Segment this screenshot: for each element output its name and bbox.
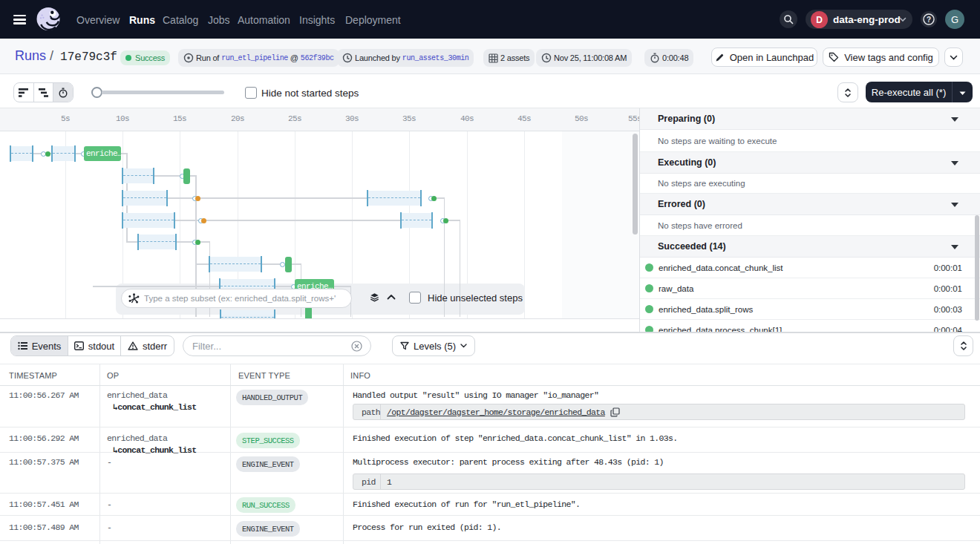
svg-text:?: ? bbox=[927, 16, 931, 24]
